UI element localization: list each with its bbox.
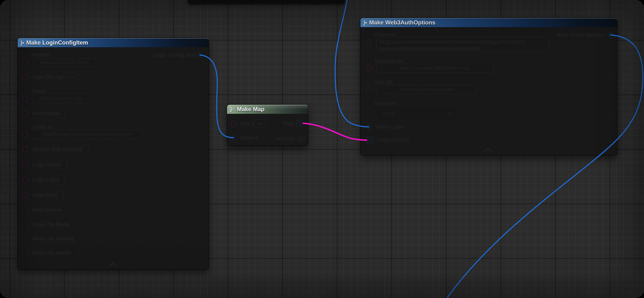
node-header-make-loginconfigitem[interactable]: }▪ Make LoginConfigItem [18,38,209,47]
make-struct-icon: }▪ [20,40,24,46]
blueprint-editor: }▪ Make LoginConfigItem Login Config Ite… [0,0,644,298]
node-make-map[interactable]: }≡ Make Map [227,105,308,146]
node-header-make-map[interactable]: }≡ Make Map [227,105,308,114]
graph-canvas[interactable]: }▪ Make LoginConfigItem Login Config Ite… [0,0,644,298]
node-title: Make LoginConfigItem [26,40,88,46]
wire-map-to-login-config[interactable] [303,123,366,140]
node-header-make-web3authoptions[interactable]: }▪ Make Web3AuthOptions [360,18,617,27]
node-make-web3authoptions[interactable]: }▪ Make Web3AuthOptions [360,18,617,155]
offscreen-node-bottom[interactable] [188,0,345,4]
node-title: Make Web3AuthOptions [369,19,435,26]
node-title: Make Map [237,106,264,112]
make-struct-icon: }▪ [363,20,367,26]
make-map-icon: }≡ [230,106,235,112]
node-make-loginconfigitem[interactable]: }▪ Make LoginConfigItem [18,38,209,270]
